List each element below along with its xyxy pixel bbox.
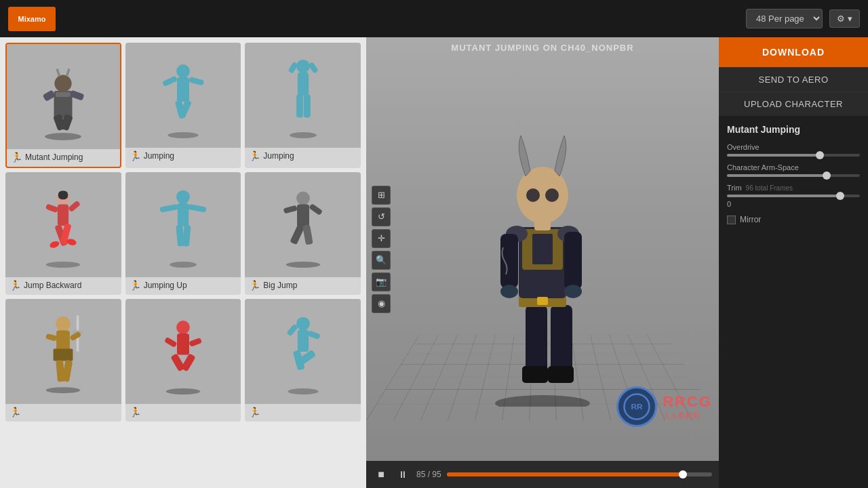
card-footer: 🏃 bbox=[125, 404, 241, 422]
send-to-aero-button[interactable]: SEND TO AERO bbox=[719, 67, 868, 92]
timeline-thumb[interactable] bbox=[679, 470, 687, 479]
settings-button[interactable]: ⚙ ▾ bbox=[829, 9, 860, 28]
svg-rect-7 bbox=[43, 89, 56, 101]
animation-card-jump-backward[interactable]: 🏃 Jump Backward bbox=[5, 172, 121, 295]
zoom-fit-button[interactable]: ⊞ bbox=[372, 186, 391, 205]
card-label: Big Jump bbox=[263, 281, 297, 290]
watermark-logo: RR bbox=[616, 386, 657, 427]
overdrive-slider[interactable] bbox=[727, 154, 860, 157]
card-preview bbox=[245, 43, 361, 148]
svg-point-42 bbox=[296, 191, 310, 205]
animation-card-jumping-1[interactable]: 🏃 Jumping bbox=[125, 43, 241, 168]
card-preview bbox=[245, 172, 361, 277]
svg-rect-67 bbox=[298, 329, 309, 351]
svg-rect-19 bbox=[298, 72, 309, 95]
animation-icon: 🏃 bbox=[249, 150, 260, 161]
arm-space-label: Character Arm-Space bbox=[727, 163, 860, 171]
animation-card-jumping-up[interactable]: 🏃 Jumping Up bbox=[125, 172, 241, 295]
timeline-track[interactable] bbox=[447, 472, 712, 476]
trim-label: Trim 96 total Frames bbox=[727, 184, 860, 192]
overdrive-setting: Overdrive bbox=[727, 143, 860, 157]
svg-point-10 bbox=[167, 132, 198, 138]
animation-card-jumping-2[interactable]: 🏃 Jumping bbox=[245, 43, 361, 168]
viewport-title: MUTANT JUMPING ON CH40_NONPBR bbox=[366, 37, 719, 58]
zoom-button[interactable]: 🔍 bbox=[372, 251, 391, 270]
camera-button[interactable]: 📷 bbox=[372, 272, 391, 291]
svg-rect-37 bbox=[159, 203, 178, 212]
logo: Mixamo bbox=[8, 7, 56, 31]
card-label: Jump Backward bbox=[24, 281, 81, 290]
gear-icon: ⚙ bbox=[837, 14, 845, 24]
card-label: Mutant Jumping bbox=[25, 152, 83, 162]
mirror-setting: Mirror bbox=[727, 215, 860, 224]
card-label: Jumping bbox=[144, 151, 174, 161]
viewport-canvas[interactable]: ⊞ ↺ ✛ 🔍 📷 ◉ RR RRCG 人人素材网 bbox=[366, 37, 719, 461]
svg-rect-47 bbox=[302, 224, 313, 245]
svg-point-58 bbox=[166, 388, 200, 394]
settings-section: Mutant Jumping Overdrive Character Arm-S… bbox=[719, 116, 868, 488]
animation-name: Mutant Jumping bbox=[727, 124, 860, 135]
view-button[interactable]: ◉ bbox=[372, 294, 391, 313]
chevron-down-icon: ▾ bbox=[848, 14, 852, 24]
card-label: Jumping bbox=[263, 151, 294, 161]
trim-slider[interactable] bbox=[727, 195, 860, 197]
svg-rect-38 bbox=[188, 203, 207, 212]
svg-rect-75 bbox=[522, 366, 548, 383]
trim-setting: Trim 96 total Frames 0 bbox=[727, 184, 860, 208]
svg-point-59 bbox=[176, 321, 190, 334]
arm-space-slider[interactable] bbox=[727, 174, 860, 177]
pagination-select[interactable]: 48 Per page 12 Per page 24 Per page 96 P… bbox=[746, 9, 823, 28]
svg-line-4 bbox=[67, 68, 70, 76]
card-footer: 🏃 Jumping Up bbox=[125, 277, 241, 295]
card-preview bbox=[7, 44, 120, 149]
svg-rect-69 bbox=[307, 330, 321, 340]
animation-card-warrior[interactable]: 🏃 bbox=[5, 299, 121, 422]
rotate-button[interactable]: ↺ bbox=[372, 207, 391, 226]
animation-icon: 🏃 bbox=[249, 280, 260, 291]
svg-point-72 bbox=[495, 395, 590, 407]
animation-icon: 🏃 bbox=[130, 407, 141, 418]
svg-rect-91 bbox=[537, 297, 548, 305]
svg-rect-84 bbox=[564, 232, 582, 289]
animation-card-big-jump[interactable]: 🏃 Big Jump bbox=[245, 172, 361, 295]
svg-rect-23 bbox=[304, 94, 311, 117]
svg-point-35 bbox=[176, 190, 190, 203]
frame-counter: 85 / 95 bbox=[416, 470, 441, 479]
svg-rect-13 bbox=[162, 75, 178, 86]
svg-point-48 bbox=[46, 387, 80, 393]
mirror-label: Mirror bbox=[740, 215, 761, 224]
card-label: Jumping Up bbox=[144, 281, 187, 290]
mirror-checkbox[interactable] bbox=[727, 216, 736, 224]
pause-button[interactable]: ⏸ bbox=[395, 466, 411, 483]
download-button[interactable]: DOWNLOAD bbox=[719, 37, 868, 67]
trim-value: 0 bbox=[727, 200, 860, 208]
animation-icon: 🏃 bbox=[11, 152, 22, 163]
svg-rect-46 bbox=[290, 224, 304, 245]
animation-card-red[interactable]: 🏃 bbox=[125, 299, 241, 422]
svg-rect-28 bbox=[45, 203, 59, 213]
svg-rect-40 bbox=[182, 224, 191, 246]
card-preview bbox=[5, 299, 121, 404]
svg-point-66 bbox=[296, 317, 310, 330]
animation-grid: 🏃 Mutant Jumping bbox=[5, 43, 361, 422]
pan-button[interactable]: ✛ bbox=[372, 229, 391, 248]
main-content: 🏃 Mutant Jumping bbox=[0, 37, 868, 488]
viewport: MUTANT JUMPING ON CH40_NONPBR bbox=[366, 37, 719, 488]
animation-icon: 🏃 bbox=[9, 280, 21, 291]
svg-point-90 bbox=[545, 188, 559, 202]
svg-text:RR: RR bbox=[631, 402, 643, 411]
svg-point-0 bbox=[45, 133, 81, 140]
upload-character-button[interactable]: UPLOAD CHARACTER bbox=[719, 92, 868, 116]
card-preview bbox=[125, 172, 241, 277]
svg-point-32 bbox=[49, 240, 60, 249]
animation-icon: 🏃 bbox=[130, 280, 141, 291]
animation-card-blue-kick[interactable]: 🏃 bbox=[245, 299, 361, 422]
animation-card-mutant-jumping[interactable]: 🏃 Mutant Jumping bbox=[5, 43, 121, 168]
svg-point-85 bbox=[500, 285, 518, 298]
svg-rect-64 bbox=[181, 353, 196, 371]
svg-rect-68 bbox=[286, 323, 298, 336]
overdrive-label: Overdrive bbox=[727, 143, 860, 151]
viewport-controls: ⊞ ↺ ✛ 🔍 📷 ◉ bbox=[372, 186, 391, 313]
stop-button[interactable]: ■ bbox=[373, 466, 389, 483]
card-preview bbox=[125, 299, 241, 404]
